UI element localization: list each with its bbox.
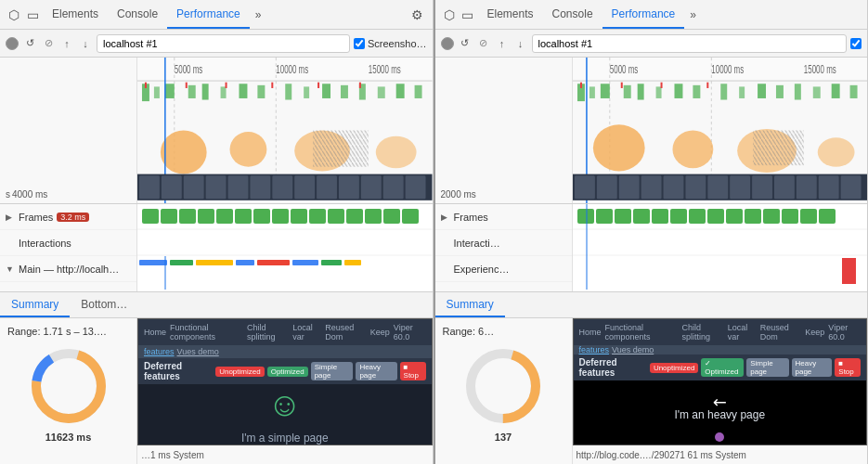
tab-elements-left[interactable]: Elements <box>43 0 108 29</box>
right-timeline-svg: 5000 ms 10000 ms 15000 ms <box>573 58 868 203</box>
tab-more-right[interactable]: » <box>684 8 702 21</box>
svg-rect-104 <box>849 85 857 98</box>
svg-rect-106 <box>620 83 622 88</box>
upload-btn-right[interactable]: ↑ <box>495 36 510 51</box>
download-btn-right[interactable]: ↓ <box>513 36 528 51</box>
tab-elements-right[interactable]: Elements <box>478 0 543 29</box>
screenshot-check-right <box>850 38 862 49</box>
tab-summary-left[interactable]: Summary <box>0 292 70 317</box>
stop-btn-right[interactable]: ⊘ <box>476 36 491 51</box>
screenshot-checkbox-right[interactable] <box>850 38 862 49</box>
upload-btn-left[interactable]: ↑ <box>59 36 74 51</box>
nav-keep-right[interactable]: Keep <box>805 328 824 337</box>
svg-rect-55 <box>216 209 233 224</box>
tab-summary-right[interactable]: Summary <box>435 292 505 317</box>
svg-rect-44 <box>317 175 337 199</box>
svg-rect-121 <box>685 175 706 199</box>
svg-rect-61 <box>328 209 344 224</box>
svg-rect-108 <box>706 83 708 88</box>
dot-1 <box>715 432 724 442</box>
right-preview-window: Home Functional components Child splitti… <box>573 318 868 445</box>
left-time-prefix: s <box>6 189 10 200</box>
svg-rect-11 <box>202 84 209 99</box>
nav-reused-right[interactable]: Reused Dom <box>760 323 802 342</box>
record-btn-left[interactable] <box>6 37 19 50</box>
left-bottom-text: …1 ms System <box>141 450 204 460</box>
record-btn-right[interactable] <box>441 37 454 50</box>
track-interactions-left[interactable]: Interactions <box>0 230 136 256</box>
left-tab-bar: Elements Console Performance » <box>43 0 406 29</box>
btn-optimized-right[interactable]: ✓ Optimized <box>701 358 744 377</box>
features-link-left[interactable]: features <box>144 347 175 356</box>
smiley-icon-left: ☺ <box>267 385 302 424</box>
device-icon[interactable]: ▭ <box>24 6 41 23</box>
btn-stop-right[interactable]: ■ Stop <box>835 358 861 377</box>
interactions-label-right: Interacti… <box>454 238 500 249</box>
nav-keep-left[interactable]: Keep <box>370 328 390 337</box>
svg-rect-132 <box>596 209 613 224</box>
stop-btn-left[interactable]: ⊘ <box>41 36 56 51</box>
btn-heavy-left[interactable]: Heavy page <box>356 362 396 380</box>
tab-console-left[interactable]: Console <box>108 0 167 29</box>
left-timeline-area: s 4000 ms 5000 ms 10000 ms 15000 ms <box>0 58 433 204</box>
svg-rect-143 <box>800 209 817 224</box>
track-main-left[interactable]: ▼ Main — http://localh… <box>0 256 136 282</box>
btn-unoptimized-left[interactable]: Unoptimized <box>215 367 264 377</box>
right-content-panel: Range: 6… 137 <box>435 318 573 464</box>
svg-rect-135 <box>652 209 668 224</box>
btn-heavy-right[interactable]: Heavy page <box>792 358 833 377</box>
svg-rect-54 <box>198 209 214 224</box>
tab-more-left[interactable]: » <box>250 8 267 21</box>
track-frames-right[interactable]: ▶ Frames <box>435 204 572 230</box>
btn-optimized-left[interactable]: Optimized <box>267 367 308 377</box>
btn-simple-left[interactable]: Simple page <box>311 362 354 380</box>
nav-viper-left[interactable]: Viper 60.0 <box>394 323 426 342</box>
right-content-area: Range: 6… 137 Home Functional components… <box>435 318 868 464</box>
svg-rect-149 <box>842 258 856 284</box>
nav-viper-right[interactable]: Viper 60.0 <box>828 323 861 342</box>
tab-performance-right[interactable]: Performance <box>602 0 685 29</box>
track-frames-left[interactable]: ▶ Frames 3.2 ms <box>0 204 136 230</box>
right-preview-title: Deferred features <box>579 357 643 378</box>
svg-rect-123 <box>730 175 750 199</box>
screenshot-checkbox-left[interactable] <box>354 38 365 49</box>
nav-local-right[interactable]: Local var <box>728 323 757 342</box>
nav-reused-left[interactable]: Reused Dom <box>325 323 367 342</box>
url-input-left[interactable] <box>97 34 350 53</box>
vues-link-right[interactable]: Vues demo <box>612 345 654 354</box>
btn-unoptimized-right[interactable]: Unoptimized <box>650 363 698 373</box>
track-experience-right[interactable]: Experienc… <box>435 256 572 282</box>
experience-label-right: Experienc… <box>454 264 510 275</box>
svg-rect-95 <box>674 84 682 98</box>
svg-rect-92 <box>623 85 630 98</box>
device-icon-right[interactable]: ▭ <box>460 6 476 23</box>
nav-home-left[interactable]: Home <box>144 328 166 337</box>
left-timeline-left: s 4000 ms <box>0 58 137 203</box>
tab-performance-left[interactable]: Performance <box>167 0 250 29</box>
btn-stop-left[interactable]: ■ Stop <box>400 362 426 380</box>
left-preview-nav: Home Functional components Child splitti… <box>138 319 432 345</box>
cursor-icon-right[interactable]: ⬡ <box>441 6 458 23</box>
gear-icon-left[interactable]: ⚙ <box>408 7 427 22</box>
track-interactions-right[interactable]: Interacti… <box>435 230 572 256</box>
svg-text:10000 ms: 10000 ms <box>711 62 744 75</box>
tab-console-right[interactable]: Console <box>543 0 602 29</box>
nav-functional-right[interactable]: Functional components <box>605 323 679 342</box>
download-btn-left[interactable]: ↓ <box>78 36 93 51</box>
features-link-right[interactable]: features <box>579 345 610 354</box>
btn-simple-right[interactable]: Simple page <box>746 358 788 377</box>
url-input-right[interactable] <box>532 34 848 53</box>
svg-rect-136 <box>670 209 687 224</box>
nav-local-left[interactable]: Local var <box>292 323 321 342</box>
tab-bottom-left[interactable]: Bottom… <box>70 292 138 317</box>
nav-home-right[interactable]: Home <box>579 328 602 337</box>
nav-child-right[interactable]: Child splitting <box>681 323 723 342</box>
nav-child-left[interactable]: Child splitting <box>247 323 289 342</box>
reload-btn-left[interactable]: ↺ <box>22 36 37 51</box>
svg-rect-58 <box>272 209 289 224</box>
vues-link-left[interactable]: Vues demo <box>177 347 219 356</box>
nav-functional-left[interactable]: Functional components <box>170 323 243 342</box>
reload-btn-right[interactable]: ↺ <box>458 36 473 51</box>
cursor-icon[interactable]: ⬡ <box>6 6 22 23</box>
svg-rect-70 <box>139 260 167 265</box>
